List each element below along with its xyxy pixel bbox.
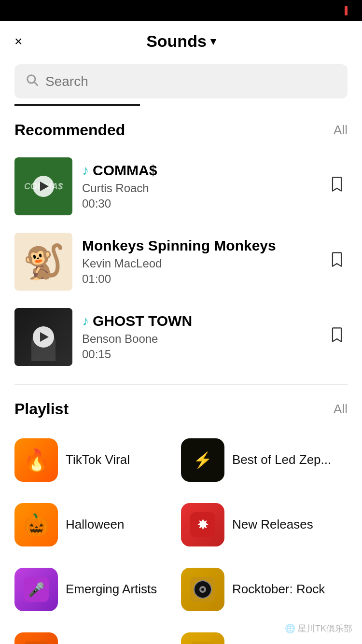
close-button[interactable]: ×: [14, 35, 22, 48]
playlist-icon: 🎃: [14, 503, 58, 546]
playlist-grid: 🔥 TikTok Viral ⚡ Best of Led Zep... 🎃 Ha…: [14, 428, 348, 644]
playlist-header: Playlist All: [14, 400, 348, 418]
track-name: ♪ COMMA$: [82, 162, 317, 179]
list-item[interactable]: 🎃 Halloween: [14, 492, 181, 557]
tiktok-note-icon: ♪: [82, 163, 89, 178]
bookmark-button[interactable]: [326, 323, 348, 351]
track-info: ♪ GHOST TOWN Benson Boone 00:15: [82, 313, 317, 361]
tiktok-note-icon: ♪: [82, 313, 89, 329]
track-info: ♪ COMMA$ Curtis Roach 00:30: [82, 162, 317, 210]
playlist-title: Playlist: [14, 400, 69, 418]
playlist-section: Playlist All 🔥 TikTok Viral ⚡ Best of Le…: [0, 385, 362, 644]
bookmark-icon: [330, 179, 344, 196]
recommended-section: Recommended All COMMA$ ♪ COMMA$ Curtis R…: [0, 106, 362, 375]
track-duration: 00:15: [82, 348, 317, 361]
status-bar: [0, 0, 362, 21]
svg-rect-12: [24, 642, 49, 644]
track-item[interactable]: 🐒 Monkeys Spinning Monkeys Kevin MacLeod…: [14, 224, 348, 299]
list-item[interactable]: ⚡ Best of Led Zep...: [181, 428, 348, 492]
play-icon: [40, 182, 49, 191]
play-button[interactable]: [33, 326, 54, 348]
play-icon: [40, 332, 49, 342]
search-icon: [25, 73, 39, 90]
playlist-icon: [181, 632, 224, 644]
track-name: ♪ GHOST TOWN: [82, 313, 317, 329]
bookmark-icon: [330, 329, 344, 347]
playlist-icon: ⚡: [181, 438, 224, 482]
sounds-title: Sounds: [146, 32, 207, 51]
playlist-icon: 🎤: [14, 568, 58, 611]
track-artist: Kevin MacLeod: [82, 257, 317, 270]
playlist-name: TikTok Viral: [66, 452, 130, 468]
track-item[interactable]: ♪ GHOST TOWN Benson Boone 00:15: [14, 299, 348, 375]
watermark-icon: 🌐: [285, 624, 295, 633]
svg-line-1: [34, 82, 37, 85]
list-item[interactable]: ✸ New Releases: [181, 492, 348, 557]
track-artist: Curtis Roach: [82, 182, 317, 195]
list-item[interactable]: Rocktober: Alt: [14, 622, 181, 644]
svg-rect-16: [190, 642, 215, 644]
bookmark-button[interactable]: [326, 248, 348, 276]
playlist-name: Emerging Artists: [66, 581, 157, 598]
playlist-name: Halloween: [66, 517, 124, 533]
search-bar[interactable]: [14, 64, 348, 98]
playlist-all-link[interactable]: All: [334, 402, 348, 417]
list-item[interactable]: Rocktober: Rock: [181, 557, 348, 622]
playlist-name: Best of Led Zep...: [232, 452, 331, 468]
playlist-icon: [181, 568, 224, 611]
header-title: Sounds ▾: [146, 32, 216, 51]
play-button[interactable]: [33, 176, 54, 197]
track-name: Monkeys Spinning Monkeys: [82, 238, 317, 254]
watermark: 🌐 星川TK俱乐部: [285, 623, 352, 634]
list-item[interactable]: 🎤 Emerging Artists: [14, 557, 181, 622]
track-item[interactable]: COMMA$ ♪ COMMA$ Curtis Roach 00:30: [14, 149, 348, 224]
svg-text:✸: ✸: [197, 517, 209, 532]
playlist-icon: ✸: [181, 503, 224, 546]
bookmark-button[interactable]: [326, 172, 348, 200]
track-duration: 00:30: [82, 197, 317, 210]
playlist-name: Rocktober: Rock: [232, 581, 325, 598]
svg-text:🎤: 🎤: [28, 582, 45, 598]
list-item[interactable]: 🔥 TikTok Viral: [14, 428, 181, 492]
track-thumbnail: COMMA$: [14, 157, 72, 215]
track-info: Monkeys Spinning Monkeys Kevin MacLeod 0…: [82, 238, 317, 286]
header: × Sounds ▾: [0, 21, 362, 59]
monkey-icon: 🐒: [23, 242, 65, 281]
recommended-all-link[interactable]: All: [334, 123, 348, 138]
playlist-name: New Releases: [232, 517, 313, 533]
recommended-header: Recommended All: [14, 121, 348, 139]
track-thumbnail: 🐒: [14, 233, 72, 291]
search-input[interactable]: [45, 74, 337, 89]
playlist-icon: [14, 632, 58, 644]
svg-point-11: [201, 588, 204, 591]
chevron-down-icon: ▾: [210, 35, 216, 48]
status-indicator: [345, 6, 348, 15]
track-thumbnail: [14, 308, 72, 366]
svg-text:⚡: ⚡: [193, 451, 212, 469]
recommended-title: Recommended: [14, 121, 125, 139]
track-artist: Benson Boone: [82, 332, 317, 346]
track-duration: 01:00: [82, 272, 317, 286]
bookmark-icon: [330, 254, 344, 271]
playlist-icon: 🔥: [14, 438, 58, 482]
